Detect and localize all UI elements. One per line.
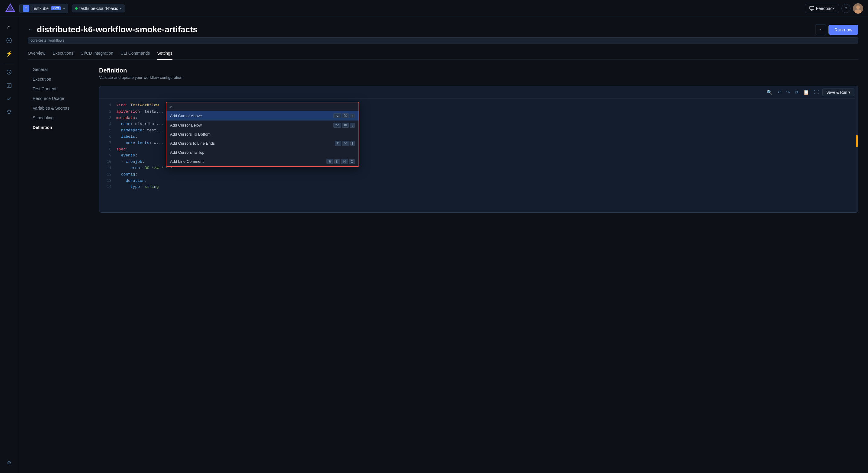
- editor-container: 🔍 ↶ ↷ ⧉ 📋 ⛶ Save & Run ▾: [99, 86, 858, 213]
- sidebar-item-reports[interactable]: [4, 80, 14, 91]
- command-item-add-cursor-above[interactable]: Add Cursor Above ⌥⌘↑: [166, 111, 359, 121]
- env-status-dot: [75, 7, 78, 10]
- sidebar-item-layers[interactable]: [4, 106, 14, 118]
- settings-sidebar: General Execution Test Content Resource …: [28, 60, 94, 473]
- settings-nav-scheduling[interactable]: Scheduling: [28, 113, 94, 123]
- command-item-add-cursors-bottom[interactable]: Add Cursors To Bottom: [166, 130, 359, 139]
- copy-icon[interactable]: ⧉: [794, 89, 800, 96]
- pro-badge: PRO: [51, 6, 61, 10]
- command-item-add-cursors-top[interactable]: Add Cursors To Top: [166, 148, 359, 157]
- sidebar: ⌂ ⚡ ⚙: [0, 17, 18, 473]
- environment-button[interactable]: testkube-cloud-basic ▾: [72, 4, 125, 12]
- workspace-avatar: T: [23, 5, 29, 12]
- main-layout: ⌂ ⚡ ⚙ ← distributed-k6-workflow-smoke-ar…: [0, 17, 868, 473]
- sidebar-item-add-test[interactable]: [4, 35, 14, 46]
- paste-icon[interactable]: 📋: [802, 89, 810, 96]
- logo-icon: [5, 3, 16, 14]
- command-prompt-symbol: >: [169, 104, 172, 109]
- sidebar-item-checks[interactable]: [4, 93, 14, 104]
- settings-nav-variables-secrets[interactable]: Variables & Secrets: [28, 103, 94, 113]
- settings-nav-test-content[interactable]: Test Content: [28, 84, 94, 94]
- command-item-add-cursor-below[interactable]: Add Cursor Below ⌥⌘↓: [166, 121, 359, 130]
- content-area: ← distributed-k6-workflow-smoke-artifact…: [18, 17, 868, 473]
- workspace-button[interactable]: T Testkube PRO ▾: [19, 4, 68, 13]
- svg-rect-10: [7, 83, 11, 88]
- tab-settings[interactable]: Settings: [157, 48, 173, 60]
- settings-nav-definition[interactable]: Definition: [28, 123, 94, 132]
- workspace-name: Testkube: [32, 6, 49, 11]
- tabs-bar: Overview Executions CI/CD Integration CL…: [28, 48, 858, 60]
- chevron-down-icon: ▾: [63, 6, 65, 10]
- sidebar-item-home[interactable]: ⌂: [4, 22, 14, 33]
- user-avatar[interactable]: [853, 3, 863, 13]
- section-title: Definition: [99, 67, 858, 74]
- tag-badge: core-tests: workflows: [28, 37, 858, 43]
- back-button[interactable]: ←: [28, 27, 33, 33]
- settings-content: Definition Validate and update your work…: [94, 60, 858, 473]
- settings-nav-execution[interactable]: Execution: [28, 74, 94, 84]
- tab-executions[interactable]: Executions: [53, 48, 73, 60]
- search-icon[interactable]: 🔍: [765, 89, 774, 96]
- help-button[interactable]: ?: [841, 4, 850, 13]
- sidebar-item-triggers[interactable]: ⚡: [4, 48, 14, 59]
- command-item-add-cursors-line-ends[interactable]: Add Cursors to Line Ends ⇧⌥I: [166, 139, 359, 148]
- chevron-down-icon: ▾: [848, 90, 850, 95]
- tab-cicd[interactable]: CI/CD Integration: [81, 48, 113, 60]
- topnav: T Testkube PRO ▾ testkube-cloud-basic ▾ …: [0, 0, 868, 17]
- undo-icon[interactable]: ↶: [776, 89, 782, 96]
- section-subtitle: Validate and update your workflow config…: [99, 75, 858, 80]
- run-now-button[interactable]: Run now: [829, 25, 858, 35]
- command-input-row: >: [166, 102, 359, 111]
- settings-nav-resource-usage[interactable]: Resource Usage: [28, 94, 94, 103]
- expand-icon[interactable]: ⛶: [813, 89, 820, 96]
- env-name: testkube-cloud-basic: [80, 6, 118, 11]
- command-palette: > Add Cursor Above ⌥⌘↑ Add Cursor Below: [166, 102, 359, 167]
- settings-layout: General Execution Test Content Resource …: [28, 60, 858, 473]
- sidebar-item-analytics[interactable]: [4, 67, 14, 77]
- save-run-button[interactable]: Save & Run ▾: [823, 89, 855, 96]
- svg-point-4: [856, 5, 860, 9]
- sidebar-item-settings[interactable]: ⚙: [4, 457, 14, 468]
- svg-rect-2: [810, 6, 814, 9]
- line-numbers: 1234 5678 9101112 1314: [99, 99, 114, 194]
- command-palette-input[interactable]: [174, 104, 355, 109]
- scrollbar-thumb: [856, 135, 858, 147]
- chevron-down-icon: ▾: [120, 6, 122, 10]
- feedback-button[interactable]: Feedback: [805, 4, 839, 13]
- settings-nav-general[interactable]: General: [28, 65, 94, 74]
- command-item-add-line-comment[interactable]: Add Line Comment ⌘K⌘C: [166, 157, 359, 166]
- page-header: ← distributed-k6-workflow-smoke-artifact…: [28, 24, 858, 35]
- editor-toolbar: 🔍 ↶ ↷ ⧉ 📋 ⛶ Save & Run ▾: [99, 86, 858, 99]
- editor-scrollbar[interactable]: [856, 86, 858, 212]
- tab-overview[interactable]: Overview: [28, 48, 45, 60]
- more-options-button[interactable]: ⋯: [815, 24, 826, 35]
- page-title: distributed-k6-workflow-smoke-artifacts: [37, 25, 815, 34]
- tab-cli[interactable]: CLI Commands: [121, 48, 150, 60]
- redo-icon[interactable]: ↷: [785, 89, 791, 96]
- svg-marker-14: [7, 110, 11, 113]
- feedback-icon: [809, 6, 814, 11]
